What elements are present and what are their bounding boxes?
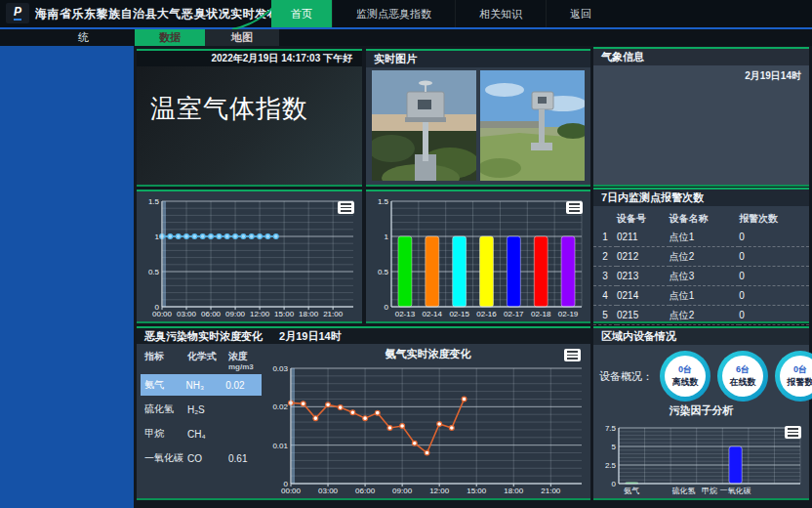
device-count-circle: 0台报警数 bbox=[775, 351, 812, 402]
device-count: 0台 bbox=[793, 363, 807, 376]
device-count: 0台 bbox=[678, 363, 692, 376]
pollutant-name: 一氧化碳 bbox=[144, 451, 187, 465]
svg-text:0.5: 0.5 bbox=[148, 268, 160, 276]
weather-date: 2月19日14时 bbox=[593, 65, 809, 83]
svg-text:06:00: 06:00 bbox=[355, 487, 376, 495]
tab-data[interactable]: 数据 bbox=[135, 29, 205, 46]
photos-panel-header: 实时图片 bbox=[366, 51, 590, 67]
alarm-cell: 点位1 bbox=[670, 286, 740, 306]
pollutant-formula: NH₃ bbox=[186, 380, 226, 391]
pollutant-name: 甲烷 bbox=[144, 427, 187, 441]
system-title-wrap-label: 统 bbox=[78, 29, 89, 46]
alarm-panel-header: 7日内监测点报警次数 bbox=[593, 190, 809, 206]
app-logo: P bbox=[6, 3, 29, 23]
alarm-table-row: 20212点位20 bbox=[593, 247, 809, 267]
station-photo-2 bbox=[480, 70, 585, 181]
svg-text:1.5: 1.5 bbox=[378, 197, 389, 206]
pollutant-concentration-panel: 恶臭污染物实时浓度变化 2月19日14时 指标化学式浓度mg/m3氨气NH₃0.… bbox=[137, 326, 590, 500]
device-panel-header: 区域内设备情况 bbox=[593, 328, 809, 345]
svg-text:02-16: 02-16 bbox=[476, 310, 497, 318]
alarm-cell: 3 bbox=[593, 267, 617, 286]
svg-text:02-17: 02-17 bbox=[504, 310, 524, 318]
svg-text:21:00: 21:00 bbox=[323, 310, 344, 318]
pollutant-panel-header: 恶臭污染物实时浓度变化 2月19日14时 bbox=[137, 328, 590, 344]
concentration-unit: mg/m3 bbox=[228, 362, 265, 371]
svg-text:09:00: 09:00 bbox=[392, 487, 413, 495]
tab-map[interactable]: 地图 bbox=[205, 29, 279, 46]
daily-index-chart-panel: 00.511.502-1302-1402-1502-1602-1702-1802… bbox=[366, 190, 590, 323]
alarm-index-header bbox=[593, 210, 617, 228]
svg-text:甲烷: 甲烷 bbox=[702, 487, 717, 495]
greeting-panel: 2022年2月19日 14:17:03 下午好 温室气体指数 bbox=[137, 49, 362, 187]
alarm-table: 设备号设备名称报警次数 10211点位1020212点位2030213点位304… bbox=[593, 210, 809, 345]
weather-panel: 气象信息 2月19日14时 bbox=[593, 47, 809, 187]
sidebar bbox=[0, 40, 134, 508]
alarm-cell: 点位2 bbox=[670, 306, 740, 325]
pollutant-row[interactable]: 氨气NH₃0.02 bbox=[141, 374, 262, 396]
alarm-cell: 0 bbox=[739, 286, 809, 306]
alarm-cell: 5 bbox=[593, 306, 617, 325]
pollutant-name: 氨气 bbox=[144, 378, 186, 392]
svg-text:2.5: 2.5 bbox=[605, 461, 617, 470]
svg-text:03:00: 03:00 bbox=[318, 487, 339, 495]
pollutant-panel-title: 恶臭污染物实时浓度变化 bbox=[144, 330, 263, 342]
chart-menu-icon[interactable] bbox=[566, 201, 583, 214]
ammonia-chart-title: 氨气实时浓度变化 bbox=[265, 346, 590, 361]
svg-text:硫化氢: 硫化氢 bbox=[671, 487, 695, 495]
svg-text:15:00: 15:00 bbox=[274, 310, 295, 318]
factor-analysis-title: 污染因子分析 bbox=[593, 403, 809, 417]
pollutant-table: 指标化学式浓度mg/m3氨气NH₃0.02硫化氢H₂S甲烷CH₄一氧化碳CO0.… bbox=[137, 346, 265, 498]
tab-bar: 统 数据地图 bbox=[0, 29, 812, 46]
svg-text:00:00: 00:00 bbox=[281, 487, 302, 495]
nav-item[interactable]: 首页 bbox=[271, 0, 332, 27]
alarm-cell: 0213 bbox=[617, 267, 670, 286]
device-overview-row: 设备概况： 0台离线数6台在线数0台报警数 bbox=[593, 345, 809, 403]
pollutant-value: 0.61 bbox=[228, 453, 265, 464]
ammonia-line-chart: 00.010.020.0300:0003:0006:0009:0012:0015… bbox=[267, 362, 589, 496]
pollutant-row[interactable]: 一氧化碳CO0.61 bbox=[144, 447, 265, 469]
pollutant-table-header: 指标化学式浓度mg/m3 bbox=[144, 350, 265, 371]
col-indicator: 指标 bbox=[144, 350, 187, 371]
svg-text:02-18: 02-18 bbox=[531, 310, 551, 318]
svg-text:15:00: 15:00 bbox=[467, 487, 487, 495]
pollutant-formula: CO bbox=[187, 453, 228, 464]
alarm-cell: 0214 bbox=[617, 286, 670, 306]
chart-menu-icon[interactable] bbox=[785, 426, 801, 439]
svg-text:02-13: 02-13 bbox=[395, 310, 416, 318]
pollution-factor-bar-chart: 02.557.5氨气硫化氢甲烷一氧化碳 bbox=[595, 422, 807, 496]
alarm-count-panel: 7日内监测点报警次数 设备号设备名称报警次数 10211点位1020212点位2… bbox=[593, 188, 809, 323]
svg-text:1.5: 1.5 bbox=[148, 197, 160, 206]
datetime-text: 2022年2月19日 14:17:03 下午好 bbox=[137, 51, 362, 66]
svg-text:0.5: 0.5 bbox=[378, 268, 389, 276]
pollutant-row[interactable]: 甲烷CH₄ bbox=[144, 423, 265, 444]
pollutant-formula: H₂S bbox=[187, 404, 228, 415]
logo-glyph: P bbox=[14, 6, 21, 21]
nav-item[interactable]: 监测点恶臭指数 bbox=[332, 0, 455, 27]
pollutant-name: 硫化氢 bbox=[144, 402, 187, 416]
photo-row bbox=[366, 67, 590, 184]
chart-menu-icon[interactable] bbox=[564, 349, 581, 361]
alarm-cell: 2 bbox=[593, 247, 617, 267]
chart-menu-icon[interactable] bbox=[338, 201, 354, 214]
alarm-column-header: 报警次数 bbox=[739, 210, 809, 228]
nav-item[interactable]: 返回 bbox=[546, 0, 615, 27]
device-count-label: 离线数 bbox=[672, 376, 699, 389]
realtime-photos-panel: 实时图片 bbox=[366, 49, 590, 187]
alarm-cell: 0211 bbox=[617, 228, 670, 247]
device-count-circle: 0台离线数 bbox=[660, 351, 710, 402]
alarm-cell: 4 bbox=[593, 286, 617, 306]
alarm-cell: 0 bbox=[739, 228, 809, 247]
svg-text:0.02: 0.02 bbox=[272, 402, 288, 411]
svg-text:0.03: 0.03 bbox=[272, 364, 288, 373]
svg-text:12:00: 12:00 bbox=[250, 310, 270, 318]
svg-text:02-15: 02-15 bbox=[449, 310, 469, 318]
svg-text:1: 1 bbox=[385, 233, 389, 241]
pollutant-panel-date: 2月19日14时 bbox=[279, 330, 342, 342]
nav-item[interactable]: 相关知识 bbox=[455, 0, 546, 27]
pollutant-row[interactable]: 硫化氢H₂S bbox=[144, 399, 265, 420]
device-circles: 0台离线数6台在线数0台报警数 bbox=[660, 351, 812, 402]
svg-text:0: 0 bbox=[612, 480, 617, 488]
svg-text:09:00: 09:00 bbox=[225, 310, 246, 318]
device-count-label: 在线数 bbox=[730, 376, 756, 389]
svg-text:0: 0 bbox=[385, 303, 389, 312]
